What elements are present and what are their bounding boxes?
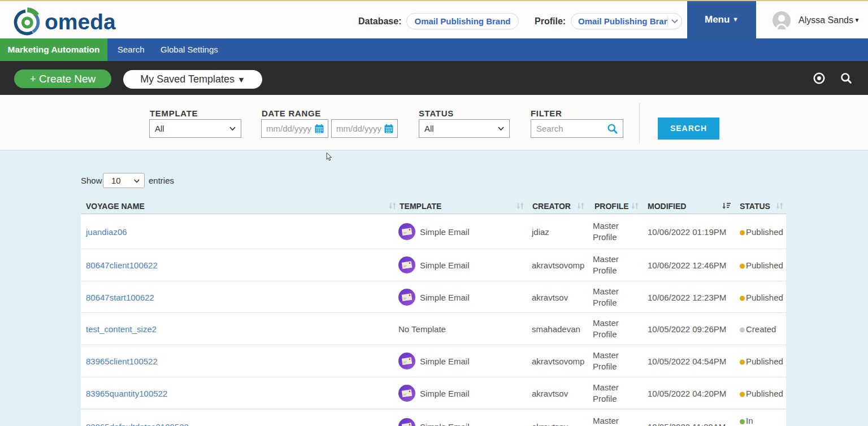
- svg-text:omeda: omeda: [45, 10, 116, 34]
